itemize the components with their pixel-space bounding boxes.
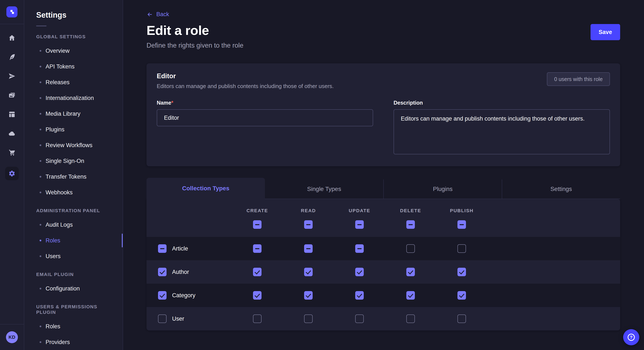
user-update-checkbox-unchecked[interactable] [355,315,364,323]
bullet-dot [40,81,41,83]
rail-item-paper-plane[interactable] [7,71,17,81]
user-publish-checkbox-unchecked[interactable] [458,315,466,323]
category-delete-checkbox-checked[interactable] [406,291,415,300]
rail-item-media-library[interactable] [7,90,17,100]
content-type-label: Category [172,292,196,299]
content-type-label: Author [172,269,189,275]
permissions-rows: ArticleAuthorCategoryUser [146,237,620,331]
checkbox-cell [385,244,436,253]
required-asterisk: * [171,100,173,106]
role-name-heading: Editor [157,72,334,80]
subnav-item-review-workflows[interactable]: Review Workflows [24,137,123,153]
user-create-checkbox-unchecked[interactable] [253,315,262,323]
subnav-item-configuration[interactable]: Configuration [24,281,123,296]
paper-plane-icon [8,72,16,80]
strapi-logo-icon[interactable] [6,6,18,17]
select-all-read-checkbox-indeterminate[interactable] [304,220,313,229]
row-label-cell: Category [146,291,232,300]
subnav-item-label: Audit Logs [46,222,73,228]
tab-plugins[interactable]: Plugins [383,179,502,199]
select-all-delete-checkbox-indeterminate[interactable] [406,220,415,229]
rail-item-marketplace-cart[interactable] [7,148,17,158]
settings-gear-icon [8,170,15,177]
rail-item-layout[interactable] [7,109,17,120]
checkbox-cell [436,291,487,300]
name-field-label: Name* [157,100,373,106]
subnav-section-label: EMAIL PLUGIN [24,272,123,277]
tab-settings[interactable]: Settings [502,179,620,199]
select-all-create-checkbox-indeterminate[interactable] [253,220,262,229]
name-input[interactable] [157,109,373,126]
rail-item-feather[interactable] [7,52,17,62]
author-delete-checkbox-checked[interactable] [406,268,415,276]
article-update-checkbox-indeterminate[interactable] [355,244,364,253]
subnav-item-audit-logs[interactable]: Audit Logs [24,217,123,233]
author-read-checkbox-checked[interactable] [304,268,313,276]
author-create-checkbox-checked[interactable] [253,268,262,276]
checkbox-cell [334,291,385,300]
description-textarea[interactable]: Editors can manage and publish contents … [394,109,610,154]
role-details-card: Editor Editors can manage and publish co… [146,63,620,166]
checkbox-cell [232,268,283,276]
row-author-checkbox-checked[interactable] [158,268,166,276]
tab-collection-types[interactable]: Collection Types [146,178,265,199]
subnav-item-plugins[interactable]: Plugins [24,122,123,137]
category-update-checkbox-checked[interactable] [355,291,364,300]
subnav-item-roles[interactable]: Roles [24,233,123,248]
author-publish-checkbox-checked[interactable] [458,268,466,276]
rail-item-home[interactable] [7,33,17,43]
users-with-role-badge[interactable]: 0 users with this role [547,72,610,86]
permission-row-author: Author [146,260,620,284]
subnav-item-single-sign-on[interactable]: Single Sign-On [24,153,123,169]
checkbox-cell [334,315,385,323]
rail-bottom: KD [0,324,24,350]
category-read-checkbox-checked[interactable] [304,291,313,300]
article-read-checkbox-indeterminate[interactable] [304,244,313,253]
subnav-item-label: Plugins [46,126,64,133]
article-create-checkbox-indeterminate[interactable] [253,244,262,253]
subnav-item-internationalization[interactable]: Internationalization [24,90,123,106]
select-all-update-checkbox-indeterminate[interactable] [355,220,364,229]
user-delete-checkbox-unchecked[interactable] [406,315,415,323]
row-category-checkbox-checked[interactable] [158,291,166,300]
back-label: Back [156,11,169,18]
checkbox-cell [385,268,436,276]
row-article-checkbox-indeterminate[interactable] [158,244,166,253]
subnav-item-overview[interactable]: Overview [24,43,123,59]
back-button[interactable]: Back [146,0,169,18]
subnav-item-label: Media Library [46,111,80,117]
article-delete-checkbox-unchecked[interactable] [406,244,415,253]
back-arrow-icon [146,11,153,18]
avatar[interactable]: KD [6,331,18,343]
bullet-dot [40,240,41,241]
row-user-checkbox-unchecked[interactable] [158,315,166,323]
main-content: Back Edit a role Define the rights given… [123,0,644,350]
subnav-item-releases[interactable]: Releases [24,74,123,90]
article-publish-checkbox-unchecked[interactable] [458,244,466,253]
bullet-dot [40,341,41,343]
tab-single-types[interactable]: Single Types [265,179,383,199]
subnav-item-media-library[interactable]: Media Library [24,106,123,122]
checkbox-cell [334,268,385,276]
subnav-item-users[interactable]: Users [24,248,123,264]
user-read-checkbox-unchecked[interactable] [304,315,313,323]
content-type-label: Article [172,245,188,252]
checkbox-cell [232,291,283,300]
subnav-item-providers[interactable]: Providers [24,334,123,350]
category-create-checkbox-checked[interactable] [253,291,262,300]
save-button[interactable]: Save [590,24,620,40]
select-all-publish-checkbox-indeterminate[interactable] [458,220,466,229]
rail-item-cloud[interactable] [7,128,17,139]
subnav-item-label: Webhooks [46,189,72,196]
bullet-dot [40,50,41,52]
subnav-item-webhooks[interactable]: Webhooks [24,184,123,200]
subnav-item-roles[interactable]: Roles [24,319,123,334]
category-publish-checkbox-checked[interactable] [458,291,466,300]
checkbox-cell [232,315,283,323]
rail-item-settings-gear[interactable] [5,167,19,180]
bullet-dot [40,113,41,115]
author-update-checkbox-checked[interactable] [355,268,364,276]
subnav-item-api-tokens[interactable]: API Tokens [24,59,123,74]
help-button[interactable]: ? [623,329,639,345]
subnav-item-transfer-tokens[interactable]: Transfer Tokens [24,169,123,184]
